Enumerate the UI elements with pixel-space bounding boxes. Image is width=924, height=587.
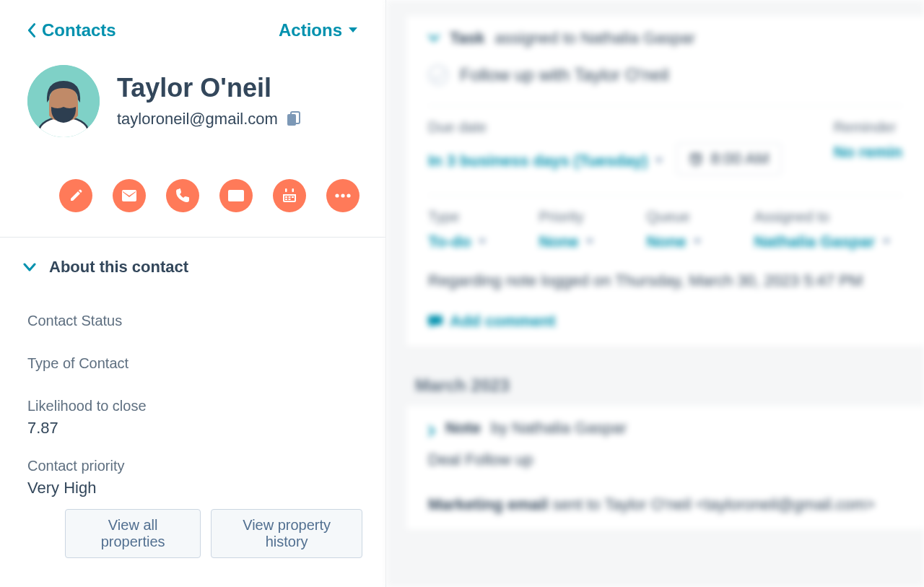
task-due-date[interactable]: Due date In 3 business days (Tuesday) 8:… <box>428 119 781 175</box>
task-queue[interactable]: Queue None <box>646 209 702 251</box>
task-keyword: Task <box>450 29 485 48</box>
svg-rect-8 <box>292 188 295 192</box>
note-header[interactable]: Note by Nathalia Gaspar <box>428 419 902 438</box>
label: Queue <box>646 209 702 225</box>
task-header[interactable]: Task assigned to Nathalia Gaspar <box>428 29 902 48</box>
marketing-email-line[interactable]: Marketing email sent to Taylor O'neil <t… <box>428 495 902 514</box>
chevron-left-icon <box>27 23 36 38</box>
call-button[interactable] <box>166 179 199 212</box>
rest: sent to Taylor O'neil <tayloroneil@gmail… <box>552 495 875 513</box>
value: 8:00 AM <box>710 149 769 168</box>
task-type[interactable]: Type To-do <box>428 209 487 251</box>
label: Marketing email <box>428 495 548 513</box>
avatar-illustration-icon <box>27 65 100 137</box>
task-reminder[interactable]: Reminder No remin <box>834 119 902 175</box>
note-keyword: Note <box>445 419 481 438</box>
back-to-contacts-link[interactable]: Contacts <box>27 20 116 40</box>
caret-down-icon <box>348 27 358 34</box>
task-regarding: Regarding note logged on Thursday, March… <box>428 271 902 290</box>
value: To-do <box>428 232 471 251</box>
about-section: About this contact Contact Status Type o… <box>0 238 385 558</box>
svg-point-16 <box>341 194 344 197</box>
about-title: About this contact <box>49 258 188 277</box>
caret-down-icon <box>655 157 663 165</box>
task-card[interactable]: Task assigned to Nathalia Gaspar Follow … <box>406 16 924 347</box>
task-button[interactable] <box>273 179 306 212</box>
ellipsis-icon <box>335 194 351 198</box>
clock-icon <box>689 152 703 166</box>
task-title[interactable]: Follow up with Taylor O'neil <box>460 65 669 85</box>
note-button[interactable] <box>59 179 92 212</box>
envelope-icon <box>121 190 137 201</box>
add-comment-link[interactable]: Add comment <box>428 312 556 331</box>
field-label: Contact Status <box>27 313 358 329</box>
copy-email-button[interactable] <box>287 111 301 127</box>
caret-down-icon <box>693 238 702 245</box>
task-assigned-to[interactable]: Assigned to Nathalia Gaspar <box>754 209 891 251</box>
value: In 3 business days (Tuesday) <box>428 152 648 170</box>
calendar-icon <box>282 188 297 203</box>
actions-label: Actions <box>279 20 342 40</box>
svg-rect-7 <box>285 188 287 192</box>
log-button[interactable] <box>219 179 253 212</box>
tray-icon <box>228 189 244 202</box>
chevron-down-icon <box>428 34 440 43</box>
task-priority[interactable]: Priority None <box>539 209 594 251</box>
chevron-down-icon <box>23 263 36 271</box>
property-buttons: View all properties View property histor… <box>23 503 362 558</box>
label: Add comment <box>450 312 556 331</box>
divider <box>428 105 902 106</box>
task-time-picker[interactable]: 8:00 AM <box>676 143 781 175</box>
back-label: Contacts <box>42 20 116 40</box>
label: Type <box>428 209 487 225</box>
label: Assigned to <box>754 209 891 225</box>
svg-rect-13 <box>285 199 287 200</box>
note-card[interactable]: Note by Nathalia Gaspar Deal Follow up M… <box>406 406 924 530</box>
pencil-note-icon <box>69 188 83 203</box>
avatar[interactable] <box>27 65 100 137</box>
caret-down-icon <box>585 238 594 245</box>
view-all-properties-button[interactable]: View all properties <box>65 509 201 558</box>
phone-icon <box>175 188 190 203</box>
copy-icon <box>287 111 301 127</box>
svg-rect-10 <box>285 196 287 198</box>
activity-timeline: Task assigned to Nathalia Gaspar Follow … <box>386 0 924 587</box>
contact-name: Taylor O'neil <box>117 74 301 103</box>
svg-rect-12 <box>292 196 294 198</box>
svg-point-17 <box>346 194 350 197</box>
actions-dropdown[interactable]: Actions <box>279 20 358 40</box>
about-toggle[interactable]: About this contact <box>23 258 362 277</box>
svg-rect-11 <box>289 196 291 198</box>
value: Nathalia Gaspar <box>754 232 875 251</box>
contact-sidebar: Contacts Actions Taylor O'neil <box>0 0 386 587</box>
label: Priority <box>539 209 594 225</box>
task-field-row-1: Due date In 3 business days (Tuesday) 8:… <box>428 119 902 175</box>
name-block: Taylor O'neil tayloroneil@gmail.com <box>117 74 301 129</box>
note-body: Deal Follow up <box>428 451 902 469</box>
value: None <box>646 232 686 251</box>
comment-icon <box>428 315 443 328</box>
divider <box>428 195 902 196</box>
quick-actions-row <box>0 144 385 237</box>
email-button[interactable] <box>113 179 146 212</box>
sidebar-header: Contacts Actions <box>0 0 385 40</box>
complete-task-checkbox[interactable] <box>428 65 448 85</box>
field-likelihood[interactable]: Likelihood to close 7.87 <box>27 398 358 438</box>
field-list: Contact Status Type of Contact Likelihoo… <box>23 277 362 497</box>
month-header: March 2023 <box>386 361 924 406</box>
view-property-history-button[interactable]: View property history <box>211 509 362 558</box>
field-value: Very High <box>27 479 358 497</box>
field-contact-status[interactable]: Contact Status <box>27 313 358 329</box>
field-label: Likelihood to close <box>27 398 358 414</box>
svg-point-15 <box>335 194 339 197</box>
contact-email[interactable]: tayloroneil@gmail.com <box>117 110 278 129</box>
task-title-row: Follow up with Taylor O'neil <box>428 65 902 85</box>
more-button[interactable] <box>326 179 359 212</box>
value: None <box>539 232 578 251</box>
label: Due date <box>428 119 781 136</box>
field-value: 7.87 <box>27 419 358 438</box>
field-priority[interactable]: Contact priority Very High <box>27 458 358 497</box>
field-type-of-contact[interactable]: Type of Contact <box>27 355 358 372</box>
profile-block: Taylor O'neil tayloroneil@gmail.com <box>0 40 385 144</box>
task-field-row-2: Type To-do Priority None Queue None Assi… <box>428 209 902 251</box>
